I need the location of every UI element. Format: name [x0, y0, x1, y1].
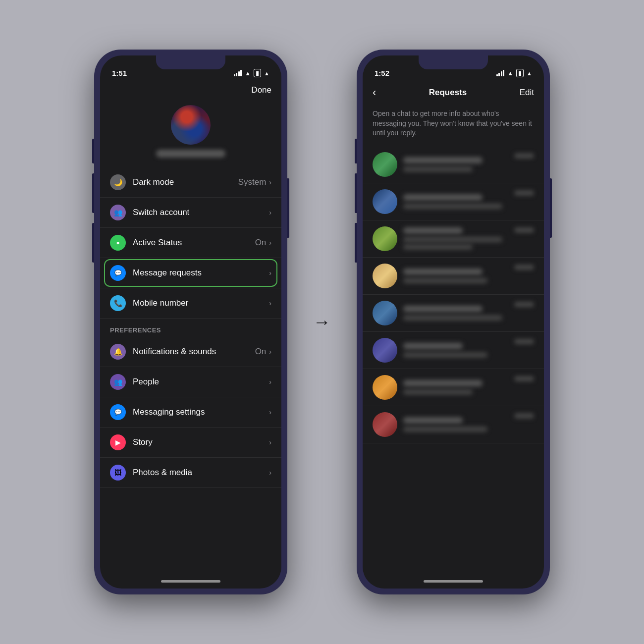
- sidebar-item-switch-account[interactable]: 👥 Switch account ›: [100, 198, 281, 228]
- request-message: [403, 427, 487, 432]
- avatar: [373, 189, 397, 214]
- switch-account-icon: 👥: [110, 205, 126, 220]
- requests-header: ‹ Requests Edit: [363, 80, 544, 105]
- volume-down-button: [92, 223, 94, 263]
- time-right: 1:52: [375, 69, 389, 77]
- request-item[interactable]: [363, 332, 544, 369]
- time-left: 1:51: [112, 69, 127, 77]
- volume-up-button: [92, 173, 94, 213]
- dark-mode-value: System: [238, 177, 267, 187]
- avatar: [373, 301, 397, 325]
- sidebar-item-message-requests[interactable]: 💬 Message requests ›: [100, 258, 281, 288]
- photos-media-icon: 🖼: [110, 465, 126, 481]
- request-item[interactable]: [363, 183, 544, 220]
- request-info: [403, 380, 508, 395]
- power-button: [287, 178, 289, 238]
- request-item[interactable]: [363, 369, 544, 406]
- bar1: [234, 74, 235, 76]
- request-item[interactable]: [363, 295, 544, 332]
- signal-icon-right: [496, 70, 505, 76]
- preferences-header: PREFERENCES: [100, 319, 281, 337]
- request-time: [514, 265, 534, 270]
- left-screen: 1:51 ▲ ▮ ▲ Done: [100, 55, 281, 589]
- request-message: [403, 389, 473, 395]
- back-button[interactable]: ‹: [373, 86, 376, 99]
- bar2: [236, 73, 237, 76]
- notch-right: [419, 55, 488, 69]
- sidebar-item-active-status[interactable]: ● Active Status On ›: [100, 228, 281, 258]
- request-list: [363, 146, 544, 574]
- sidebar-item-people[interactable]: 👥 People ›: [100, 367, 281, 397]
- requester-name: [403, 227, 463, 234]
- notifications-icon: 🔔: [110, 344, 126, 360]
- chevron-icon: ›: [269, 408, 271, 416]
- request-item[interactable]: [363, 258, 544, 295]
- avatar: [373, 338, 397, 363]
- request-item[interactable]: [363, 146, 544, 183]
- request-time: [514, 190, 534, 196]
- active-status-value: On: [255, 238, 267, 248]
- status-icons-right: ▲ ▮ ▲: [496, 69, 532, 77]
- request-item[interactable]: [363, 406, 544, 443]
- chevron-icon: ›: [269, 378, 271, 386]
- bar3: [501, 71, 502, 76]
- chevron-icon: ›: [269, 438, 271, 446]
- bar2: [498, 73, 500, 76]
- requester-name: [403, 157, 483, 163]
- mute-button: [92, 139, 94, 163]
- active-status-label: Active Status: [133, 238, 255, 248]
- edit-button[interactable]: Edit: [520, 88, 534, 98]
- home-indicator-right: [363, 574, 544, 589]
- requests-screen: ‹ Requests Edit Open a chat to get more …: [363, 80, 544, 589]
- requests-info: Open a chat to get more info about who's…: [363, 105, 544, 146]
- message-requests-label: Message requests: [133, 268, 269, 278]
- request-time: [514, 227, 534, 233]
- request-info: [403, 306, 508, 321]
- request-time: [514, 302, 534, 307]
- avatar: [373, 152, 397, 177]
- story-label: Story: [133, 437, 269, 447]
- request-message: [403, 166, 473, 172]
- bar1: [496, 74, 498, 76]
- sidebar-item-mobile-number[interactable]: 📞 Mobile number ›: [100, 288, 281, 319]
- request-message: [403, 278, 487, 283]
- avatar-image: [171, 105, 211, 145]
- request-item[interactable]: [363, 220, 544, 258]
- right-phone: 1:52 ▲ ▮ ▲ ‹ Requests: [357, 50, 550, 594]
- right-screen: 1:52 ▲ ▮ ▲ ‹ Requests: [363, 55, 544, 589]
- messaging-settings-icon: 💬: [110, 404, 126, 420]
- chevron-icon: ›: [269, 239, 271, 247]
- sidebar-item-notifications[interactable]: 🔔 Notifications & sounds On ›: [100, 337, 281, 367]
- request-time: [514, 153, 534, 159]
- power-button-right: [550, 178, 552, 238]
- dark-mode-icon: 🌙: [110, 174, 126, 190]
- mobile-number-icon: 📞: [110, 295, 126, 311]
- avatar[interactable]: [171, 105, 211, 145]
- request-info: [403, 227, 508, 250]
- requester-name: [403, 194, 483, 201]
- bar4: [240, 70, 242, 76]
- signal-icon: [234, 70, 242, 76]
- request-time: [514, 339, 534, 344]
- left-phone: 1:51 ▲ ▮ ▲ Done: [94, 50, 287, 594]
- bar4: [503, 70, 504, 76]
- story-icon: ▶: [110, 434, 126, 450]
- avatar: [373, 375, 397, 400]
- home-bar: [161, 580, 220, 583]
- navigation-arrow: →: [313, 312, 331, 332]
- sidebar-item-messaging-settings[interactable]: 💬 Messaging settings ›: [100, 397, 281, 428]
- home-bar: [424, 580, 483, 583]
- scene: 1:51 ▲ ▮ ▲ Done: [0, 0, 644, 644]
- mobile-number-label: Mobile number: [133, 298, 269, 308]
- active-status-icon: ●: [110, 235, 126, 251]
- sidebar-item-story[interactable]: ▶ Story ›: [100, 428, 281, 458]
- notch: [156, 55, 225, 69]
- chevron-icon: ›: [269, 299, 271, 307]
- sidebar-item-dark-mode[interactable]: 🌙 Dark mode System ›: [100, 167, 281, 198]
- done-button[interactable]: Done: [251, 85, 271, 95]
- sidebar-item-photos-media[interactable]: 🖼 Photos & media ›: [100, 458, 281, 488]
- volume-down-button-right: [355, 223, 357, 263]
- requester-name: [403, 306, 483, 312]
- requester-name: [403, 343, 463, 349]
- photos-media-label: Photos & media: [133, 468, 269, 478]
